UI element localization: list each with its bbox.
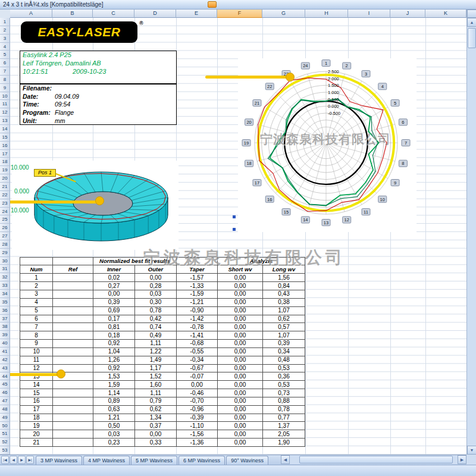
- row-header-21[interactable]: 21: [0, 183, 10, 191]
- scroll-left-icon[interactable]: ◀: [281, 455, 290, 464]
- row-header-31[interactable]: 31: [0, 265, 10, 273]
- row-header-53[interactable]: 53: [0, 446, 10, 455]
- results-table: Normalized best fit resultsAnalyzisNumRe…: [20, 257, 305, 447]
- result-cell: 10: [20, 347, 53, 356]
- scroll-up-icon[interactable]: ▲: [467, 18, 476, 27]
- column-header-D[interactable]: D: [134, 10, 176, 18]
- row-header-46[interactable]: 46: [0, 389, 10, 397]
- scroll-right-icon[interactable]: ▶: [458, 455, 466, 464]
- row-header-43[interactable]: 43: [0, 364, 10, 372]
- row-header-32[interactable]: 32: [0, 273, 10, 281]
- row-header-7[interactable]: 7: [0, 67, 10, 76]
- row-header-48[interactable]: 48: [0, 405, 10, 414]
- row-header-52[interactable]: 52: [0, 438, 10, 446]
- row-header-34[interactable]: 34: [0, 290, 10, 298]
- row-header-51[interactable]: 51: [0, 430, 10, 438]
- result-cell: 0,00: [177, 381, 218, 389]
- scrollbar-split-box[interactable]: [467, 10, 476, 18]
- column-header-E[interactable]: E: [176, 10, 217, 18]
- row-header-33[interactable]: 33: [0, 281, 10, 290]
- result-cell: 1: [20, 274, 53, 282]
- horizontal-scrollbar[interactable]: ◀ ▶: [281, 455, 466, 464]
- scroll-down-icon[interactable]: ▼: [467, 446, 476, 455]
- row-header-14[interactable]: 14: [0, 125, 10, 133]
- result-cell: 14: [20, 381, 53, 389]
- row-header-12[interactable]: 12: [0, 108, 10, 117]
- row-header-25[interactable]: 25: [0, 215, 10, 224]
- row-header-26[interactable]: 26: [0, 224, 10, 232]
- result-cell: 0,00: [218, 282, 263, 290]
- row-header-41[interactable]: 41: [0, 347, 10, 356]
- sheet-tab-2[interactable]: 4 MP Waviness: [83, 456, 130, 465]
- row-header-29[interactable]: 29: [0, 249, 10, 257]
- row-header-10[interactable]: 10: [0, 92, 10, 101]
- row-header-38[interactable]: 38: [0, 322, 10, 331]
- row-header-37[interactable]: 37: [0, 315, 10, 323]
- row-header-6[interactable]: 6: [0, 59, 10, 67]
- row-header-9[interactable]: 9: [0, 84, 10, 92]
- row-header-3[interactable]: 3: [0, 35, 10, 43]
- row-header-36[interactable]: 36: [0, 306, 10, 315]
- sheet-tab-5[interactable]: 90° Waviness: [226, 456, 268, 465]
- row-header-40[interactable]: 40: [0, 339, 10, 347]
- column-header-num: Num: [20, 265, 53, 274]
- row-header-49[interactable]: 49: [0, 414, 10, 422]
- row-header-50[interactable]: 50: [0, 422, 10, 430]
- sheet-grid[interactable]: EASY-LASER ® Easylink 2.4 P25 Leif Törng…: [10, 18, 466, 455]
- row-header-4[interactable]: 4: [0, 43, 10, 51]
- tab-nav-next-icon[interactable]: ▶: [18, 456, 26, 464]
- sheet-tab-4[interactable]: 6 MP Waviness: [178, 456, 225, 465]
- column-header-G[interactable]: G: [262, 10, 305, 18]
- horizontal-scroll-track[interactable]: [290, 455, 458, 464]
- svg-text:15: 15: [284, 209, 289, 215]
- row-header-28[interactable]: 28: [0, 240, 10, 249]
- row-header-42[interactable]: 42: [0, 356, 10, 364]
- horizontal-scroll-thumb[interactable]: [299, 456, 453, 464]
- vertical-scrollbar[interactable]: ▲ ▼: [466, 10, 476, 455]
- vertical-scroll-thumb[interactable]: [468, 28, 476, 48]
- column-header-H[interactable]: H: [305, 10, 348, 18]
- row-header-18[interactable]: 18: [0, 158, 10, 166]
- row-header-19[interactable]: 19: [0, 166, 10, 174]
- sheet-tab-1[interactable]: 3 MP Waviness: [36, 456, 82, 465]
- row-header-27[interactable]: 27: [0, 232, 10, 240]
- column-header-J[interactable]: J: [390, 10, 425, 18]
- column-header-I[interactable]: I: [348, 10, 390, 18]
- row-header-15[interactable]: 15: [0, 133, 10, 142]
- row-header-30[interactable]: 30: [0, 257, 10, 265]
- tab-nav-prev-icon[interactable]: ◀: [10, 456, 17, 464]
- column-header-K[interactable]: K: [425, 10, 466, 18]
- row-header-20[interactable]: 20: [0, 174, 10, 183]
- result-cell: -1,21: [177, 298, 218, 306]
- column-header-A[interactable]: A: [10, 10, 52, 18]
- row-header-23[interactable]: 23: [0, 199, 10, 208]
- row-header-45[interactable]: 45: [0, 380, 10, 389]
- row-header-2[interactable]: 2: [0, 26, 10, 35]
- row-header-24[interactable]: 24: [0, 208, 10, 216]
- result-cell: 0,73: [263, 389, 305, 397]
- table-row: 101,041,22-0,550,000,34: [20, 347, 305, 356]
- result-cell: 0,00: [218, 331, 263, 340]
- sheet-tab-3[interactable]: 5 MP Waviness: [131, 456, 177, 465]
- result-cell: [53, 422, 93, 430]
- tab-nav-last-icon[interactable]: ▶|: [26, 456, 34, 464]
- row-header-47[interactable]: 47: [0, 397, 10, 405]
- tab-nav-first-icon[interactable]: |◀: [1, 456, 9, 464]
- row-header-39[interactable]: 39: [0, 331, 10, 339]
- result-cell: 0,84: [263, 282, 305, 290]
- row-header-11[interactable]: 11: [0, 100, 10, 108]
- row-header-5[interactable]: 5: [0, 51, 10, 59]
- row-header-16[interactable]: 16: [0, 142, 10, 150]
- row-header-35[interactable]: 35: [0, 298, 10, 306]
- column-header-C[interactable]: C: [93, 10, 134, 18]
- row-header-13[interactable]: 13: [0, 117, 10, 125]
- row-header-8[interactable]: 8: [0, 76, 10, 84]
- row-header-44[interactable]: 44: [0, 372, 10, 381]
- title-bar-marker: [208, 1, 217, 8]
- row-header-17[interactable]: 17: [0, 150, 10, 158]
- row-header-1[interactable]: 1: [0, 18, 10, 26]
- result-cell: -0,70: [177, 397, 218, 405]
- column-header-B[interactable]: B: [52, 10, 93, 18]
- column-header-F[interactable]: F: [217, 10, 262, 18]
- row-header-22[interactable]: 22: [0, 191, 10, 199]
